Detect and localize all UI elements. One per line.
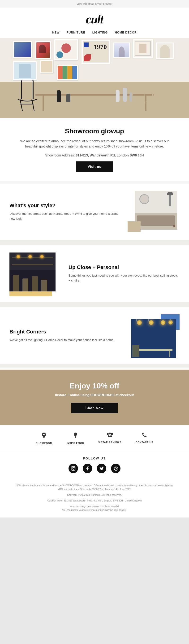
company-address: Cult Furniture · 811-813 Wandsworth Road…: [14, 499, 175, 503]
style-heading: What's your style?: [10, 202, 120, 208]
copyright: Copyright © 2022 Cult Furniture . All ri…: [14, 493, 175, 497]
svg-line-13: [143, 102, 145, 111]
bright-image-container: [128, 314, 179, 357]
style-body: Discover themed areas such as Nordic, Re…: [10, 212, 120, 221]
showroom-label: SHOWROOM: [36, 442, 52, 444]
pinterest-button[interactable]: [111, 464, 120, 473]
style-text: What's your style? Discover themed areas…: [10, 202, 120, 221]
facebook-button[interactable]: [83, 464, 92, 473]
close-personal-section: Up Close + Personal Some things you just…: [0, 246, 189, 302]
footer-showroom[interactable]: SHOWROOM: [36, 432, 52, 444]
svg-point-19: [110, 436, 112, 437]
contact-label: CONTACT US: [136, 441, 153, 444]
svg-rect-20: [71, 466, 75, 470]
address-label: Showroom Address:: [45, 154, 75, 157]
showroom-address: Showroom Address: 811-813, Wandsworth Rd…: [19, 153, 170, 158]
footer-inspiration[interactable]: INSPIRATION: [66, 432, 84, 444]
footer-legal: *10% discount online and in-store with c…: [0, 480, 189, 518]
unsubscribe-link[interactable]: unsubscribe: [100, 509, 113, 512]
nav: NEWFURNITURELIGHTINGHOME DECOR: [0, 28, 189, 38]
svg-line-2: [20, 99, 23, 111]
promo-body: Instore + online using SHOWROOM10 at che…: [10, 393, 179, 397]
instagram-button[interactable]: [69, 464, 78, 473]
address-value: 811-813, Wandsworth Rd, London SW8 3JH: [76, 154, 144, 157]
discount-note: *10% discount online and in-store with c…: [14, 484, 175, 491]
phone-icon: [136, 432, 153, 439]
svg-line-12: [131, 102, 133, 111]
footer-reviews[interactable]: 5 STAR REVIEWS: [98, 432, 121, 444]
footer-contact[interactable]: CONTACT US: [136, 432, 153, 444]
inspiration-icon: [66, 432, 84, 440]
svg-point-15: [107, 433, 109, 435]
svg-line-7: [151, 102, 153, 111]
close-text: Up Close + Personal Some things you just…: [69, 264, 179, 283]
follow-heading: FOLLOW US: [10, 457, 179, 460]
svg-line-3: [32, 99, 34, 111]
svg-point-21: [72, 468, 74, 469]
inspiration-label: INSPIRATION: [66, 442, 84, 444]
svg-point-16: [109, 432, 111, 434]
bright-text: Bright Corners We've got all the lightin…: [10, 329, 120, 343]
email-prefs-text: Want to change how you receive these ema…: [14, 504, 175, 512]
bright-corners-section: Bright Corners We've got all the lightin…: [0, 307, 189, 364]
promo-section: Enjoy 10% off Instore + online using SHO…: [0, 370, 189, 425]
update-preferences-link[interactable]: update your preferences: [71, 509, 97, 512]
close-image-container: [10, 252, 61, 295]
top-bar: View this email in your browser: [0, 0, 189, 8]
header: cult: [0, 8, 189, 28]
showroom-heading: Showroom glowup: [19, 128, 170, 135]
star-reviews-icon: [98, 432, 121, 439]
showroom-body: We are so excited to announce the reveal…: [19, 138, 170, 149]
footer-icons: SHOWROOM INSPIRATION 5 STAR REVIEWS: [0, 425, 189, 452]
style-image-container: [128, 191, 179, 233]
location-icon: [36, 432, 52, 440]
showroom-section: Showroom glowup We are so excited to ann…: [0, 118, 189, 181]
topbar-text: View this email in your browser: [77, 2, 112, 5]
promo-heading: Enjoy 10% off: [10, 382, 179, 390]
svg-line-8: [163, 102, 165, 111]
reviews-label: 5 STAR REVIEWS: [98, 441, 121, 444]
close-body: Some things you just need to see with yo…: [69, 273, 179, 283]
visit-us-button[interactable]: Visit us: [76, 162, 113, 172]
svg-point-22: [74, 467, 75, 468]
follow-section: FOLLOW US: [0, 452, 189, 480]
close-heading: Up Close + Personal: [69, 264, 179, 270]
hero-image: 1970: [0, 38, 189, 118]
shop-now-button[interactable]: Shop Now: [71, 403, 118, 413]
twitter-button[interactable]: [97, 464, 106, 473]
svg-point-18: [108, 436, 110, 437]
logo: cult: [0, 12, 189, 26]
social-icons: [10, 464, 179, 473]
svg-point-17: [111, 433, 113, 435]
style-section: What's your style? Discover themed areas…: [0, 184, 189, 240]
bright-body: We've got all the lighting + Home Decor …: [10, 338, 120, 343]
bright-heading: Bright Corners: [10, 329, 120, 335]
